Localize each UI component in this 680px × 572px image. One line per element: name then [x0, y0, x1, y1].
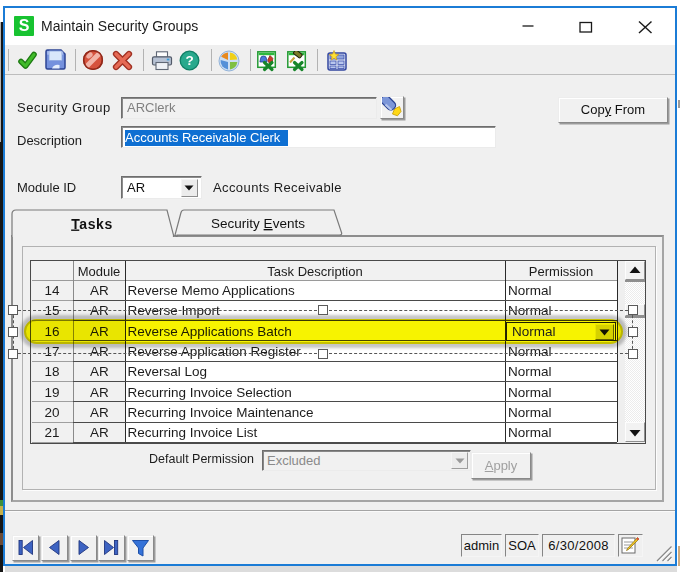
- svg-text:Tasks: Tasks: [71, 216, 113, 232]
- svg-text:?: ?: [185, 53, 193, 68]
- svg-text:Security Events: Security Events: [211, 216, 305, 231]
